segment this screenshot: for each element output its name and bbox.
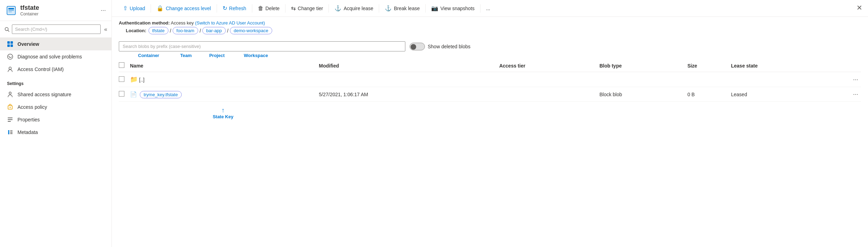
- breadcrumb-demo-workspace[interactable]: demo-workspace: [230, 27, 272, 34]
- close-button[interactable]: ✕: [856, 3, 862, 12]
- select-all-checkbox[interactable]: [119, 62, 124, 68]
- blob-search-input[interactable]: [119, 41, 405, 51]
- more-button[interactable]: ...: [482, 3, 494, 13]
- th-name: Name: [130, 59, 319, 72]
- svg-rect-17: [8, 119, 13, 120]
- toolbar-divider-1: [151, 4, 151, 13]
- auth-method-label: Authentication method:: [119, 20, 170, 26]
- row-checkbox-parent: [119, 72, 130, 87]
- toolbar-divider-3: [252, 4, 252, 13]
- sidebar-item-metadata[interactable]: Metadata: [0, 126, 111, 139]
- sidebar-item-access-control-label: Access Control (IAM): [17, 66, 64, 72]
- td-modified-tfstate: 5/27/2021, 1:06:17 AM: [319, 87, 499, 102]
- sidebar-item-access-policy[interactable]: Access policy: [0, 101, 111, 113]
- annotation-state-key-row: ↑ State Key: [119, 102, 861, 123]
- svg-rect-2: [8, 8, 14, 9]
- overview-icon: [7, 41, 13, 47]
- td-blob-type-tfstate: Block blob: [599, 87, 687, 102]
- td-size-parent: [687, 72, 731, 87]
- snapshots-icon: 📷: [431, 5, 438, 12]
- auth-switch-link[interactable]: (Switch to Azure AD User Account): [195, 20, 265, 26]
- sidebar-item-access-control[interactable]: Access Control (IAM): [0, 63, 111, 76]
- search-row: Show deleted blobs: [112, 39, 868, 53]
- upload-button[interactable]: ⇧ Upload: [119, 3, 149, 14]
- th-blob-type: Blob type: [599, 59, 687, 72]
- svg-rect-3: [8, 10, 14, 11]
- change-tier-button[interactable]: ⇆ Change tier: [287, 3, 327, 14]
- sidebar-item-metadata-label: Metadata: [17, 129, 38, 135]
- td-lease-parent: [731, 72, 833, 87]
- breadcrumb-sep-2: /: [200, 28, 201, 34]
- th-size: Size: [687, 59, 731, 72]
- state-key-label: State Key: [213, 114, 233, 119]
- auth-bar: Authentication method: Access key (Switc…: [112, 17, 868, 39]
- state-key-arrow-icon: ↑: [222, 107, 225, 114]
- project-annotation: Project: [209, 53, 225, 58]
- team-annotation-label: Team: [180, 53, 192, 58]
- svg-rect-24: [10, 133, 13, 134]
- row-more-button-tfstate[interactable]: ···: [853, 91, 858, 98]
- refresh-button[interactable]: ↻ Refresh: [218, 3, 251, 14]
- td-blob-type-parent: [599, 72, 687, 87]
- show-deleted-toggle[interactable]: [410, 43, 425, 50]
- svg-rect-9: [7, 44, 10, 47]
- acquire-lease-button[interactable]: ⚓ Acquire lease: [330, 3, 377, 14]
- sidebar-subtitle: Container: [20, 12, 97, 16]
- select-row-checkbox-parent[interactable]: [119, 76, 124, 82]
- row-more-button-parent[interactable]: ···: [853, 76, 858, 83]
- sidebar-title: tfstate: [20, 4, 97, 12]
- sidebar-item-properties[interactable]: Properties: [0, 113, 111, 126]
- view-snapshots-button[interactable]: 📷 View snapshots: [427, 3, 479, 14]
- td-more-parent: ···: [833, 72, 861, 87]
- breadcrumb-bar-app[interactable]: bar-app: [202, 27, 226, 34]
- show-deleted-label: Show deleted blobs: [428, 44, 470, 49]
- svg-point-15: [10, 107, 11, 108]
- sidebar-item-diagnose[interactable]: Diagnose and solve problems: [0, 50, 111, 63]
- upload-icon: ⇧: [123, 5, 128, 12]
- toolbar-divider-6: [379, 4, 379, 13]
- refresh-icon: ↻: [223, 5, 227, 12]
- select-row-checkbox-tfstate[interactable]: [119, 91, 124, 97]
- folder-icon: 📁: [130, 76, 138, 83]
- toolbar-divider-4: [285, 4, 285, 13]
- collapse-button[interactable]: «: [104, 26, 107, 33]
- annotation-row: Container Team Project Workspace: [112, 53, 868, 59]
- location-bar: Location: tfstate / foo-team / bar-app /…: [119, 27, 861, 37]
- sidebar-item-diagnose-label: Diagnose and solve problems: [17, 54, 82, 59]
- search-input[interactable]: [12, 24, 101, 34]
- container-annotation: Container: [138, 53, 159, 58]
- metadata-icon: [7, 129, 13, 135]
- search-icon: [4, 27, 10, 32]
- svg-rect-4: [8, 12, 12, 12]
- workspace-annotation: Workspace: [244, 53, 268, 58]
- svg-point-12: [9, 67, 12, 70]
- breadcrumb-tfstate[interactable]: tfstate: [149, 27, 168, 34]
- sidebar-item-overview[interactable]: Overview: [0, 38, 111, 50]
- td-name-parent: 📁 [..]: [130, 72, 319, 87]
- sidebar-more-button[interactable]: ···: [101, 7, 106, 14]
- access-control-icon: [7, 66, 13, 72]
- parent-folder-name[interactable]: [..]: [139, 77, 145, 83]
- acquire-lease-icon: ⚓: [334, 5, 341, 12]
- container-annotation-label: Container: [138, 53, 159, 58]
- toolbar: ⇧ Upload 🔒 Change access level ↻ Refresh…: [112, 0, 868, 17]
- delete-button[interactable]: 🗑 Delete: [254, 3, 284, 14]
- td-size-tfstate: 0 B: [687, 87, 731, 102]
- td-name-tfstate: 📄 tryme_key.tfstate: [130, 87, 319, 102]
- sidebar-item-shared-access[interactable]: Shared access signature: [0, 88, 111, 101]
- project-annotation-label: Project: [209, 53, 225, 58]
- svg-point-21: [8, 133, 9, 134]
- file-name-tfstate[interactable]: tryme_key.tfstate: [140, 91, 182, 98]
- sidebar-search-bar: «: [0, 21, 111, 38]
- break-lease-button[interactable]: ⚓ Break lease: [381, 3, 424, 14]
- row-checkbox-tfstate: [119, 87, 130, 102]
- sidebar-item-access-policy-label: Access policy: [17, 104, 47, 110]
- svg-point-19: [8, 130, 9, 132]
- change-access-button[interactable]: 🔒 Change access level: [152, 3, 215, 14]
- file-icon: 📄: [130, 91, 137, 97]
- breadcrumb-foo-team[interactable]: foo-team: [173, 27, 198, 34]
- workspace-annotation-label: Workspace: [244, 53, 268, 58]
- toolbar-divider-5: [328, 4, 329, 13]
- svg-rect-16: [8, 118, 13, 118]
- show-deleted-toggle-label: Show deleted blobs: [410, 43, 470, 50]
